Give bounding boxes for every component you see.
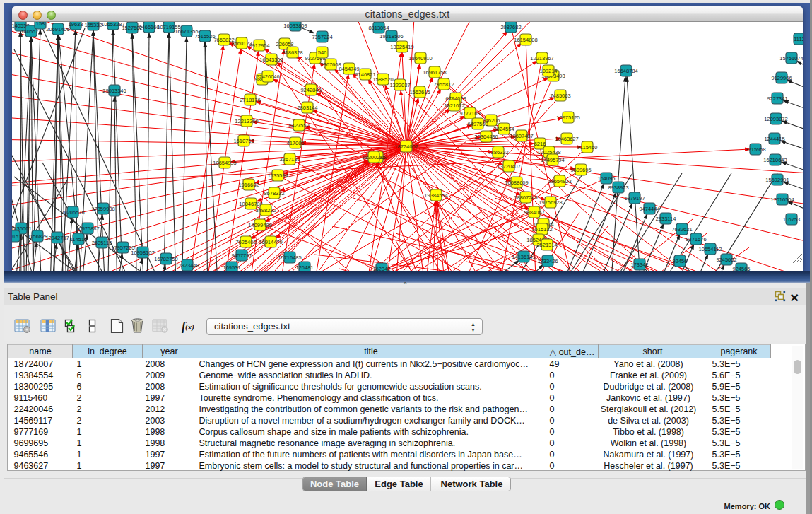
svg-text:164095: 164095: [597, 175, 615, 182]
svg-text:15716485: 15716485: [278, 255, 301, 261]
svg-text:14136141: 14136141: [512, 254, 535, 260]
svg-text:9699695: 9699695: [570, 167, 591, 173]
svg-text:7955812: 7955812: [433, 81, 454, 88]
svg-text:20206576: 20206576: [61, 209, 84, 216]
svg-text:18300295: 18300295: [362, 154, 385, 160]
svg-text:2367608: 2367608: [320, 62, 341, 68]
svg-text:16648784: 16648784: [614, 68, 637, 74]
svg-text:8813054: 8813054: [368, 25, 389, 31]
svg-text:16914479: 16914479: [259, 239, 282, 245]
svg-text:9084067: 9084067: [524, 209, 544, 216]
svg-text:7357224: 7357224: [312, 34, 332, 40]
svg-text:10654112: 10654112: [699, 246, 722, 252]
svg-text:13325419: 13325419: [390, 44, 413, 50]
svg-text:1562615: 1562615: [409, 89, 430, 95]
svg-text:12975125: 12975125: [556, 115, 579, 121]
svg-text:1916682: 1916682: [238, 182, 259, 188]
svg-text:1621072: 1621072: [444, 103, 464, 109]
svg-text:(x): (x): [185, 322, 194, 332]
svg-text:3498222: 3498222: [255, 207, 276, 214]
svg-text:9474444: 9474444: [639, 206, 659, 212]
svg-text:126481: 126481: [295, 264, 313, 271]
svg-text:17359938: 17359938: [91, 206, 114, 212]
svg-text:158: 158: [36, 22, 45, 27]
svg-text:8912954: 8912954: [249, 42, 269, 49]
svg-text:10958107: 10958107: [131, 250, 154, 256]
svg-text:109214: 109214: [539, 68, 557, 74]
svg-text:8938923: 8938923: [608, 185, 628, 191]
svg-text:9777169: 9777169: [459, 110, 480, 117]
svg-text:16033809: 16033809: [283, 23, 307, 29]
svg-text:19633: 19633: [69, 22, 83, 28]
svg-text:165332: 165332: [84, 22, 102, 28]
svg-text:15751074: 15751074: [779, 55, 803, 62]
svg-text:14495794: 14495794: [541, 157, 564, 163]
svg-text:169531: 169531: [223, 264, 240, 271]
svg-text:10654935: 10654935: [213, 160, 236, 166]
svg-text:9245652: 9245652: [716, 257, 736, 263]
svg-text:114519: 114519: [70, 236, 87, 243]
svg-text:92456: 92456: [673, 258, 688, 264]
svg-text:1244415: 1244415: [764, 136, 784, 142]
svg-text:22420046: 22420046: [256, 74, 279, 80]
svg-text:12213369: 12213369: [235, 118, 258, 124]
svg-text:39151: 39151: [12, 233, 21, 240]
svg-text:18724007: 18724007: [394, 144, 418, 150]
svg-text:7515526: 7515526: [194, 33, 215, 40]
svg-text:8471676: 8471676: [686, 236, 706, 243]
svg-text:8186328: 8186328: [282, 49, 302, 56]
svg-text:12093872: 12093872: [764, 116, 787, 122]
svg-text:1615132: 1615132: [531, 226, 552, 233]
svg-text:6466160: 6466160: [139, 24, 159, 30]
svg-text:1535594: 1535594: [267, 173, 288, 179]
svg-text:12942737: 12942737: [45, 235, 69, 241]
svg-text:2933114: 2933114: [656, 216, 676, 222]
svg-text:226058: 226058: [276, 41, 293, 47]
svg-text:7625402: 7625402: [235, 239, 256, 245]
svg-text:1156829: 1156829: [28, 233, 48, 240]
svg-text:3267130: 3267130: [279, 156, 300, 163]
svg-text:13720407: 13720407: [497, 163, 520, 170]
svg-text:16961758: 16961758: [423, 69, 446, 76]
svg-text:10463627: 10463627: [555, 136, 578, 142]
svg-text:924565: 924565: [732, 266, 750, 271]
svg-text:7485063: 7485063: [550, 93, 570, 99]
svg-text:546: 546: [318, 49, 327, 56]
svg-text:18640910: 18640910: [408, 55, 432, 62]
svg-text:17016504: 17016504: [770, 197, 794, 203]
svg-text:8678332: 8678332: [264, 190, 284, 197]
svg-text:8427552: 8427552: [288, 122, 309, 129]
svg-text:417006: 417006: [286, 140, 304, 146]
svg-text:9242848: 9242848: [300, 87, 321, 93]
svg-text:2521314: 2521314: [536, 242, 557, 248]
svg-text:1733426: 1733426: [537, 258, 558, 264]
svg-text:12923448: 12923448: [175, 262, 199, 269]
svg-text:6879197: 6879197: [624, 195, 645, 201]
svg-text:7386322: 7386322: [488, 149, 508, 156]
svg-text:1112: 1112: [794, 36, 803, 42]
svg-text:29053346: 29053346: [102, 88, 126, 94]
svg-text:9227341: 9227341: [767, 95, 787, 102]
svg-text:9115460: 9115460: [577, 144, 598, 151]
svg-text:16543362: 16543362: [259, 57, 283, 63]
svg-text:10607487: 10607487: [510, 133, 533, 139]
svg-text:19384554: 19384554: [424, 192, 447, 199]
svg-text:3824554: 3824554: [493, 126, 514, 132]
svg-text:3215958: 3215958: [745, 146, 765, 153]
svg-text:20364436: 20364436: [474, 134, 498, 140]
svg-text:19654923: 19654923: [548, 178, 571, 185]
svg-text:173342: 173342: [630, 262, 648, 268]
svg-text:1322037: 1322037: [389, 82, 410, 88]
svg-text:2087682: 2087682: [500, 24, 521, 30]
svg-text:10975887: 10975887: [76, 226, 99, 232]
svg-text:19756928: 19756928: [539, 199, 562, 206]
svg-text:18807249: 18807249: [514, 194, 537, 201]
svg-text:6497568: 6497568: [467, 121, 488, 127]
svg-text:10046788: 10046788: [239, 201, 262, 207]
svg-text:15692991: 15692991: [765, 177, 789, 183]
svg-text:1610755: 1610755: [233, 138, 254, 144]
svg-text:12213967: 12213967: [530, 55, 553, 62]
svg-text:16210643: 16210643: [763, 157, 787, 163]
svg-text:19218506: 19218506: [379, 33, 403, 40]
svg-text:116753: 116753: [783, 216, 800, 223]
